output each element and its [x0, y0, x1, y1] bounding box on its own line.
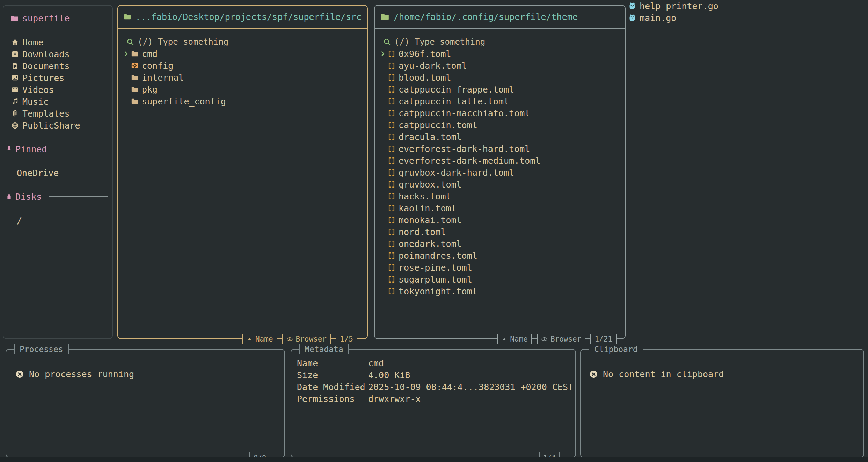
- mode-label: Browser: [296, 334, 327, 344]
- file-type-icon: [131, 62, 139, 69]
- file-row[interactable]: everforest-dark-medium.toml: [378, 155, 621, 167]
- file-name: help_printer.go: [640, 1, 719, 11]
- file-type-icon: [131, 86, 139, 93]
- pinned-section-label: Pinned: [15, 144, 47, 154]
- app-title: superfile: [10, 13, 70, 23]
- file-type-icon: [387, 192, 396, 200]
- metadata-label: Permissions: [297, 394, 368, 404]
- sort-indicator[interactable]: Name: [242, 334, 277, 344]
- sidebar-item-icon: [11, 98, 19, 105]
- sidebar-item-label: Downloads: [22, 49, 70, 59]
- file-row[interactable]: onedark.toml: [378, 238, 621, 250]
- sidebar-item-icon: [11, 38, 19, 46]
- file-row[interactable]: rose-pine.toml: [378, 262, 621, 273]
- metadata-label: Size: [297, 370, 368, 380]
- sidebar-item-videos[interactable]: Videos: [3, 84, 112, 96]
- file-type-icon: [387, 240, 396, 248]
- sidebar-items: Home Downloads Documents Pictures Videos…: [3, 36, 112, 131]
- sidebar-item-label: Pictures: [22, 73, 64, 83]
- processes-panel: Processes No processes running 0/0: [6, 349, 285, 458]
- sidebar-item-icon: [11, 122, 19, 129]
- sidebar: superfile Home Downloads Documents Pictu…: [3, 5, 113, 339]
- file-row[interactable]: catppuccin-macchiato.toml: [378, 107, 621, 119]
- file-list: 0x96f.toml ayu-dark.toml blood.toml catp…: [378, 48, 621, 297]
- file-name: dracula.toml: [399, 132, 462, 142]
- file-row[interactable]: kaolin.toml: [378, 202, 621, 214]
- file-row[interactable]: gruvbox-dark-hard.toml: [378, 167, 621, 178]
- panel-footer: Name Browser 1/5: [242, 334, 357, 344]
- sidebar-item-icon: [11, 110, 19, 117]
- file-row[interactable]: everforest-dark-hard.toml: [378, 143, 621, 155]
- file-row[interactable]: blood.toml: [378, 72, 621, 83]
- file-row[interactable]: cmd: [122, 48, 364, 60]
- file-row[interactable]: monokai.toml: [378, 214, 621, 226]
- panel-path: /home/fabio/.config/superfile/theme: [394, 12, 578, 22]
- file-row[interactable]: catppuccin-latte.toml: [378, 95, 621, 107]
- sort-label: Name: [510, 334, 528, 344]
- file-row[interactable]: poimandres.toml: [378, 250, 621, 262]
- sidebar-item-icon: [11, 62, 19, 70]
- sidebar-item-home[interactable]: Home: [3, 36, 112, 48]
- file-type-icon: [387, 276, 396, 283]
- file-name: everforest-dark-medium.toml: [399, 156, 540, 166]
- file-name: pkg: [142, 85, 158, 95]
- x-circle-icon: [589, 370, 598, 379]
- file-row[interactable]: config: [122, 60, 364, 72]
- file-type-icon: [131, 74, 139, 81]
- sidebar-item-downloads[interactable]: Downloads: [3, 48, 112, 60]
- search-input[interactable]: (/) Type something: [378, 36, 621, 48]
- sort-indicator[interactable]: Name: [497, 334, 532, 344]
- panel-path-bar: /home/fabio/.config/superfile/theme: [375, 6, 625, 29]
- file-row[interactable]: catppuccin.toml: [378, 119, 621, 131]
- sidebar-item-publicshare[interactable]: PublicShare: [3, 119, 112, 131]
- sidebar-item-icon: [11, 74, 19, 82]
- metadata-row: Permissions drwxrwxr-x: [297, 393, 570, 405]
- mode-indicator[interactable]: Browser: [282, 334, 331, 344]
- metadata-row: Size 4.00 KiB: [297, 369, 570, 381]
- file-row[interactable]: superfile_config: [122, 95, 364, 107]
- eye-icon: [541, 336, 548, 343]
- file-row[interactable]: gruvbox.toml: [378, 178, 621, 190]
- file-panel-theme: /home/fabio/.config/superfile/theme (/) …: [374, 5, 626, 339]
- file-row[interactable]: dracula.toml: [378, 131, 621, 143]
- sort-asc-icon: [501, 336, 507, 342]
- file-row[interactable]: hacks.toml: [378, 190, 621, 202]
- sidebar-item-templates[interactable]: Templates: [3, 108, 112, 119]
- mode-indicator[interactable]: Browser: [537, 334, 586, 344]
- file-type-icon: [387, 216, 396, 224]
- file-type-icon: [131, 50, 139, 58]
- sidebar-item-label: PublicShare: [22, 120, 80, 131]
- sidebar-item-icon: [11, 86, 19, 94]
- sidebar-item-pictures[interactable]: Pictures: [3, 72, 112, 84]
- clipboard-title: Clipboard: [589, 344, 643, 354]
- file-name: poimandres.toml: [399, 251, 477, 261]
- sidebar-item-music[interactable]: Music: [3, 96, 112, 108]
- terminal-bottom-strip: [0, 457, 868, 462]
- sidebar-item-onedrive[interactable]: OneDrive: [17, 167, 59, 179]
- preview-file-row[interactable]: main.go: [628, 12, 719, 24]
- metadata-value: 4.00 KiB: [368, 370, 410, 380]
- file-row[interactable]: sugarplum.toml: [378, 273, 621, 285]
- file-row[interactable]: internal: [122, 72, 364, 83]
- file-row[interactable]: 0x96f.toml: [378, 48, 621, 60]
- file-name: ayu-dark.toml: [399, 61, 467, 71]
- file-row[interactable]: pkg: [122, 83, 364, 95]
- file-row[interactable]: ayu-dark.toml: [378, 60, 621, 72]
- metadata-label: Name: [297, 358, 368, 368]
- file-type-icon: [387, 169, 396, 176]
- sidebar-item-documents[interactable]: Documents: [3, 60, 112, 72]
- panel-footer: Name Browser 1/21: [497, 334, 617, 344]
- sidebar-item-icon: [11, 50, 19, 58]
- file-name: sugarplum.toml: [399, 274, 472, 285]
- preview-file-row[interactable]: help_printer.go: [628, 0, 719, 12]
- file-row[interactable]: nord.toml: [378, 226, 621, 238]
- sidebar-item-root-disk[interactable]: /: [17, 214, 22, 226]
- search-input[interactable]: (/) Type something: [122, 36, 364, 48]
- file-type-icon: [387, 62, 396, 69]
- file-type-icon: [387, 86, 396, 93]
- file-type-icon: [387, 109, 396, 117]
- file-type-icon: [387, 287, 396, 295]
- x-circle-icon: [15, 370, 24, 379]
- file-row[interactable]: catppuccin-frappe.toml: [378, 83, 621, 95]
- file-row[interactable]: tokyonight.toml: [378, 285, 621, 297]
